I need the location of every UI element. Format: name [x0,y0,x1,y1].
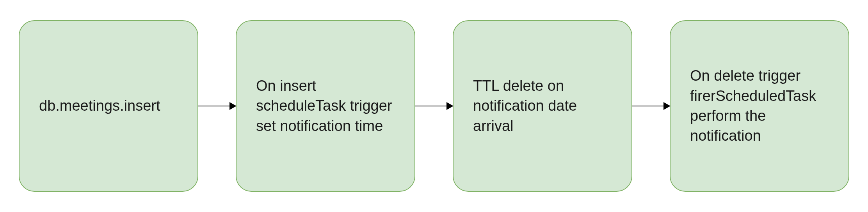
flow-node-3: TTL delete on notification date arrival [453,20,632,192]
arrow-icon [415,106,453,106]
flow-node-label: On delete trigger firerScheduledTask per… [690,66,829,146]
flow-node-2: On insert scheduleTask trigger set notif… [236,20,415,192]
flow-node-label: db.meetings.insert [39,96,160,116]
flow-node-label: On insert scheduleTask trigger set notif… [256,76,395,136]
flow-row: db.meetings.insert On insert scheduleTas… [19,20,849,192]
flow-node-4: On delete trigger firerScheduledTask per… [670,20,849,192]
diagram-container: db.meetings.insert On insert scheduleTas… [0,0,868,212]
flow-node-label: TTL delete on notification date arrival [473,76,612,136]
arrow-icon [198,106,236,106]
flow-node-1: db.meetings.insert [19,20,198,192]
arrow-icon [632,106,670,106]
